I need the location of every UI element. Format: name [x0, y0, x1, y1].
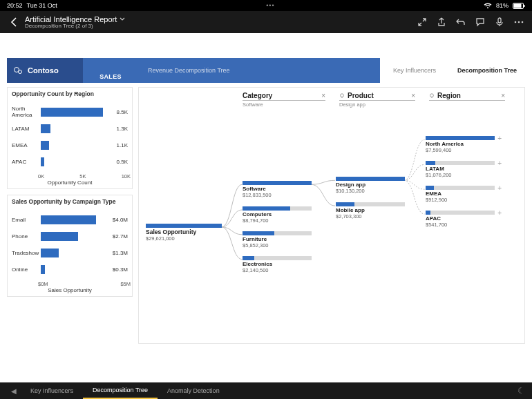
- tree-node-latam[interactable]: LATAM $1,076,200 +: [426, 161, 495, 178]
- tree-node-north-america[interactable]: North America $7,599,400 +: [426, 136, 495, 153]
- bar-track: [41, 124, 114, 133]
- bar-row[interactable]: EMEA1.1K: [12, 137, 128, 153]
- axis-tick: 5K: [79, 173, 86, 179]
- close-icon[interactable]: ×: [411, 92, 415, 99]
- bar-value: 1.3K: [117, 126, 128, 132]
- bar-label: Phone: [12, 233, 41, 240]
- tree-node-root[interactable]: Sales Opportunity $29,621,000: [146, 224, 222, 242]
- bar-label: Tradeshow: [12, 250, 41, 256]
- tree-node-emea[interactable]: EMEA $912,900 +: [426, 186, 495, 203]
- bar-track: [41, 265, 110, 274]
- col-product-sub: Design app: [339, 101, 415, 108]
- nav-ribbon: Contoso SALES Revenue Decomposition Tree…: [7, 58, 525, 83]
- page-tab-bar: ◀ Key Influencers Decomposition Tree Ano…: [0, 382, 532, 399]
- mini1-body: North America8.5KLATAM1.3KEMEA1.1KAPAC0.…: [8, 100, 132, 172]
- expand-icon[interactable]: [415, 14, 430, 30]
- tree-node-furniture[interactable]: Furniture $5,852,300: [243, 231, 312, 249]
- bar-label: Online: [12, 266, 41, 273]
- wifi-icon: [484, 3, 492, 9]
- tab-sales[interactable]: SALES: [83, 58, 138, 83]
- bar-track: [41, 215, 110, 224]
- bar-track: [41, 157, 114, 166]
- axis-tick: $0M: [38, 281, 48, 287]
- decomposition-tree-visual[interactable]: Category × Software Product × Design app: [138, 87, 525, 344]
- bar-row[interactable]: Online$0.3M: [12, 262, 128, 277]
- axis-tick: $5M: [120, 281, 131, 287]
- lightbulb-icon: [339, 93, 345, 99]
- chevron-down-icon[interactable]: [120, 17, 125, 21]
- expand-plus-icon[interactable]: +: [497, 209, 502, 217]
- tree-node-computers[interactable]: Computers $8,794,700: [243, 206, 312, 224]
- card-opportunity-by-region[interactable]: Opportunity Count by Region North Americ…: [7, 87, 133, 189]
- tab-key-influencers[interactable]: Key Influencers: [380, 58, 449, 83]
- page-tab-key-influencers[interactable]: Key Influencers: [21, 382, 83, 399]
- tree-node-design-app[interactable]: Design app $10,130,200: [336, 177, 405, 194]
- ios-battery: 81%: [496, 2, 509, 9]
- page-tab-decomposition-tree[interactable]: Decomposition Tree: [83, 382, 158, 399]
- bar-value: 0.5K: [117, 159, 128, 165]
- back-button[interactable]: [6, 14, 22, 30]
- bar-row[interactable]: Phone$2.7M: [12, 228, 128, 244]
- bar-track: [41, 141, 114, 150]
- tree-node-apac[interactable]: APAC $541,700 +: [426, 211, 495, 228]
- bar-row[interactable]: Email$4.0M: [12, 212, 128, 227]
- col-category-title: Category: [243, 92, 272, 99]
- bar-label: EMEA: [12, 142, 41, 148]
- tree-column-headers: Category × Software Product × Design app: [139, 92, 524, 108]
- bar-row[interactable]: LATAM1.3K: [12, 121, 128, 136]
- comment-icon[interactable]: [473, 14, 488, 30]
- mini2-axis: $0M$5M: [8, 281, 132, 287]
- ios-time: 20:52: [7, 2, 23, 9]
- card-opportunity-by-campaign[interactable]: Sales Opportunity by Campaign Type Email…: [7, 195, 133, 297]
- mini1-title: Opportunity Count by Region: [8, 88, 132, 100]
- svg-point-6: [522, 21, 524, 23]
- tree-node-mobile-app[interactable]: Mobile app $2,703,300: [336, 202, 405, 220]
- bar-track: [41, 108, 114, 117]
- close-icon[interactable]: ×: [501, 92, 505, 99]
- svg-point-5: [518, 21, 520, 23]
- more-icon[interactable]: [511, 14, 526, 30]
- bar-row[interactable]: APAC0.5K: [12, 154, 128, 169]
- battery-icon: [513, 3, 525, 9]
- tab-rev-decomp[interactable]: Revenue Decomposition Tree: [138, 58, 380, 83]
- bar-label: North America: [12, 106, 41, 118]
- tab-decomposition-tree[interactable]: Decomposition Tree: [449, 58, 525, 83]
- expand-plus-icon[interactable]: +: [497, 184, 502, 192]
- expand-plus-icon[interactable]: +: [497, 135, 502, 142]
- brand-logo-icon: [14, 67, 22, 74]
- page-tab-anomaly-detection[interactable]: Anomaly Detection: [158, 382, 229, 399]
- bar-row[interactable]: North America8.5K: [12, 104, 128, 119]
- prev-page-button[interactable]: ◀: [7, 387, 21, 395]
- mini1-axis-label: Opportunity Count: [8, 179, 132, 188]
- report-subtitle: Decomposition Tree (2 of 3): [25, 23, 125, 30]
- lightbulb-icon: [429, 93, 435, 99]
- ios-center-dots: •••: [266, 2, 274, 9]
- svg-rect-3: [498, 18, 501, 23]
- brand-name: Contoso: [28, 66, 59, 75]
- bar-value: $4.0M: [113, 217, 128, 223]
- bar-label: Email: [12, 217, 41, 223]
- svg-point-8: [430, 93, 434, 97]
- tree-node-software[interactable]: Software $12,833,500: [243, 181, 312, 198]
- expand-plus-icon[interactable]: +: [497, 159, 502, 167]
- app-header: Artificial Intelligence Report Decomposi…: [0, 11, 532, 33]
- close-icon[interactable]: ×: [321, 92, 325, 99]
- report-canvas: Contoso SALES Revenue Decomposition Tree…: [0, 33, 532, 374]
- bar-row[interactable]: Tradeshow$1.3M: [12, 245, 128, 260]
- undo-icon[interactable]: [453, 14, 468, 30]
- mini2-axis-label: Sales Opportunity: [8, 287, 132, 296]
- mini2-title: Sales Opportunity by Campaign Type: [8, 195, 132, 208]
- svg-point-4: [515, 21, 517, 23]
- svg-point-7: [341, 93, 344, 97]
- share-icon[interactable]: [434, 14, 449, 30]
- dark-mode-icon[interactable]: ☾: [517, 386, 525, 396]
- mic-icon[interactable]: [492, 14, 507, 30]
- brand-pill: Contoso: [7, 58, 83, 83]
- tree-node-electronics[interactable]: Electronics $2,140,500: [243, 256, 312, 273]
- col-category-sub: Software: [243, 101, 325, 108]
- report-title: Artificial Intelligence Report: [25, 15, 117, 23]
- bar-value: 8.5K: [117, 109, 128, 115]
- bar-value: $2.7M: [113, 233, 128, 240]
- axis-tick: 10K: [122, 173, 131, 179]
- svg-rect-1: [514, 3, 522, 8]
